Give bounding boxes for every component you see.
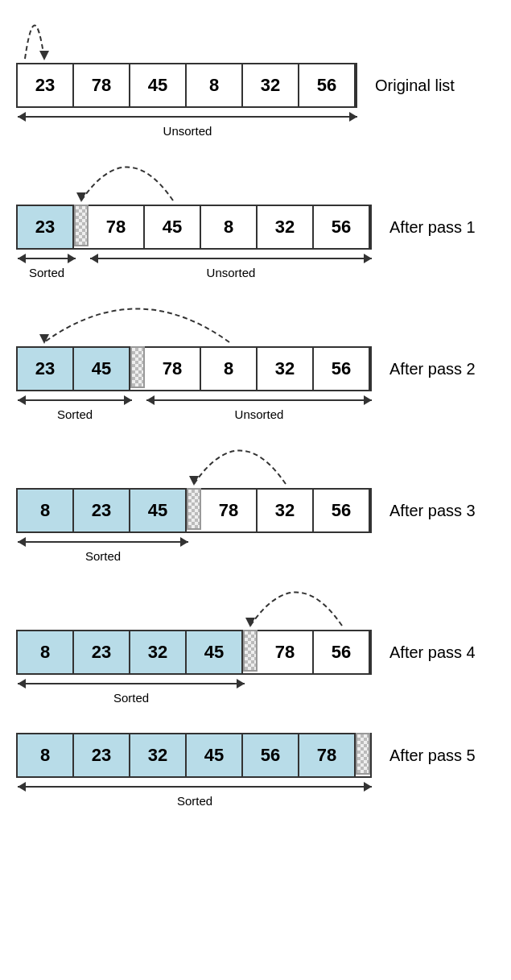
cell-1: 23 (74, 490, 130, 531)
svg-marker-4 (245, 618, 255, 627)
cell-0: 8 (18, 490, 74, 531)
below-arrows: Unsorted (16, 108, 388, 143)
cell-3: 45 (187, 734, 243, 776)
divider (356, 733, 370, 775)
array-row-pass4: 82332457856After pass 4 (16, 630, 476, 675)
arrow-label: Sorted (29, 266, 64, 279)
cell-2: 78 (145, 348, 201, 390)
pass-block-original: 23784583256Original listUnsorted (16, 16, 455, 143)
arrow-label: Sorted (177, 794, 212, 808)
array-row-pass2: 23457883256After pass 2 (16, 346, 476, 391)
divider (130, 346, 145, 388)
cell-4: 78 (258, 631, 314, 673)
cell-4: 32 (258, 490, 314, 531)
arrow-label: Unsorted (207, 266, 256, 279)
svg-marker-1 (76, 192, 86, 202)
cell-0: 23 (18, 348, 74, 390)
arrow-label: Unsorted (235, 407, 284, 421)
array: 23457883256 (16, 346, 372, 391)
pass-label: After pass 3 (389, 502, 476, 520)
arrow-line (18, 399, 132, 401)
cell-5: 56 (314, 631, 370, 673)
arrow-line (18, 683, 245, 684)
below-arrows: Sorted (16, 675, 388, 710)
below-arrows: Sorted (16, 533, 388, 569)
curved-arrow-svg (16, 583, 388, 630)
arrow-label: Sorted (85, 549, 121, 563)
cell-5: 56 (314, 490, 370, 531)
diagram-container: 23784583256Original listUnsorted23784583… (0, 8, 511, 836)
cell-1: 23 (74, 734, 130, 776)
pass-label: After pass 1 (389, 218, 476, 237)
cell-5: 78 (299, 734, 356, 776)
svg-marker-0 (39, 51, 49, 60)
arrow-line (146, 399, 372, 401)
cell-5: 56 (314, 206, 370, 248)
divider (243, 630, 258, 672)
cell-1: 78 (74, 64, 130, 106)
arrow-line (90, 258, 372, 259)
array: 23784583256 (16, 205, 372, 250)
pass-block-pass5: 82332455678After pass 5Sorted (16, 725, 476, 813)
cell-4: 32 (243, 64, 299, 106)
array-row-pass1: 23784583256After pass 1 (16, 205, 476, 250)
cell-0: 23 (18, 206, 74, 248)
cell-5: 56 (314, 348, 370, 390)
cell-0: 23 (18, 64, 74, 106)
divider (74, 205, 89, 246)
pass-label: After pass 4 (389, 643, 476, 662)
divider (187, 488, 201, 530)
pass-block-pass1: 23784583256After pass 1SortedUnsorted (16, 158, 476, 285)
curved-arrow-svg (16, 441, 388, 488)
cell-2: 45 (145, 206, 201, 248)
cell-1: 23 (74, 631, 130, 673)
cell-3: 78 (201, 490, 258, 531)
array: 82345783256 (16, 488, 372, 533)
pass-block-pass3: 82345783256After pass 3Sorted (16, 441, 476, 569)
arrow-line (18, 258, 76, 259)
array: 82332457856 (16, 630, 372, 675)
cell-2: 45 (130, 490, 187, 531)
curved-arrow-svg (16, 158, 388, 205)
cell-3: 8 (201, 206, 258, 248)
pass-block-pass2: 23457883256After pass 2SortedUnsorted (16, 300, 476, 427)
below-arrows: SortedUnsorted (16, 250, 388, 285)
pass-label: Original list (375, 76, 455, 95)
array-row-original: 23784583256Original list (16, 63, 455, 108)
cell-1: 78 (89, 206, 145, 248)
arrow-label: Sorted (57, 407, 93, 421)
below-arrows: Sorted (16, 778, 388, 813)
arrow-line (18, 116, 357, 118)
arrow-label: Sorted (113, 691, 149, 705)
pass-label: After pass 5 (389, 746, 476, 765)
cell-4: 32 (258, 348, 314, 390)
cell-3: 8 (187, 64, 243, 106)
cell-2: 32 (130, 734, 187, 776)
cell-4: 56 (243, 734, 299, 776)
cell-3: 8 (201, 348, 258, 390)
pass-block-pass4: 82332457856After pass 4Sorted (16, 583, 476, 710)
below-arrows: SortedUnsorted (16, 391, 388, 427)
pass-label: After pass 2 (389, 360, 476, 378)
curved-arrow-svg (16, 16, 388, 63)
array: 82332455678 (16, 733, 372, 778)
cell-0: 8 (18, 631, 74, 673)
curved-arrow-svg (16, 300, 388, 346)
cell-1: 45 (74, 348, 130, 390)
arrow-line (18, 541, 188, 543)
cell-0: 8 (18, 734, 74, 776)
cell-3: 45 (187, 631, 243, 673)
array-row-pass3: 82345783256After pass 3 (16, 488, 476, 533)
cell-2: 45 (130, 64, 187, 106)
arrow-line (18, 786, 372, 788)
array-row-pass5: 82332455678After pass 5 (16, 733, 476, 778)
cell-5: 56 (299, 64, 356, 106)
svg-marker-3 (189, 476, 199, 486)
array: 23784583256 (16, 63, 357, 108)
cell-2: 32 (130, 631, 187, 673)
arrow-label: Unsorted (163, 124, 212, 138)
cell-4: 32 (258, 206, 314, 248)
